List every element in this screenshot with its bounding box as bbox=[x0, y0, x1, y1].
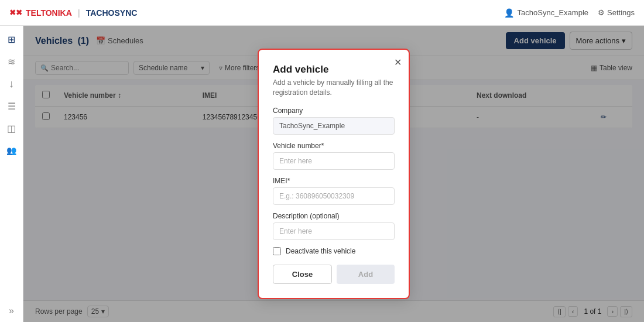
vehicle-number-field-group: Vehicle number* bbox=[273, 142, 395, 170]
vehicle-number-input[interactable] bbox=[273, 152, 395, 170]
sidebar-item-activity[interactable]: ≋ bbox=[5, 55, 18, 68]
company-input[interactable] bbox=[273, 117, 395, 135]
logo-icon: ✖✖ bbox=[9, 8, 22, 17]
brand-name: TELTONIKA bbox=[26, 8, 72, 18]
modal-close-button[interactable]: ✕ bbox=[394, 57, 402, 68]
imei-input[interactable] bbox=[273, 187, 395, 205]
sidebar-item-shield[interactable]: ◫ bbox=[5, 122, 18, 135]
gear-icon: ⚙ bbox=[598, 8, 605, 17]
sidebar-expand-button[interactable]: » bbox=[5, 304, 18, 317]
sidebar: ⊞ ≋ ↓ ☰ ◫ 👥 » bbox=[0, 26, 23, 322]
sidebar-item-users[interactable]: 👥 bbox=[5, 144, 18, 157]
vehicle-number-label: Vehicle number* bbox=[273, 142, 395, 150]
company-label: Company bbox=[273, 107, 395, 115]
main-layout: ⊞ ≋ ↓ ☰ ◫ 👥 » Vehicles (1) 📅 Schedules A… bbox=[0, 26, 644, 322]
deactivate-checkbox[interactable] bbox=[273, 247, 281, 255]
settings-label: Settings bbox=[607, 8, 635, 17]
sidebar-item-download[interactable]: ↓ bbox=[5, 77, 18, 90]
deactivate-row: Deactivate this vehicle bbox=[273, 247, 395, 255]
modal-footer: Close Add bbox=[273, 265, 395, 284]
top-navigation: ✖✖ TELTONIKA | TACHOSYNC 👤 TachoSync_Exa… bbox=[0, 0, 644, 26]
user-icon: 👤 bbox=[504, 8, 514, 18]
product-name: TACHOSYNC bbox=[86, 8, 138, 18]
modal-add-btn[interactable]: Add bbox=[337, 265, 395, 284]
add-vehicle-modal: ✕ Add vehicle Add a vehicle by manually … bbox=[258, 49, 410, 300]
imei-label: IMEI* bbox=[273, 177, 395, 185]
company-field-group: Company bbox=[273, 107, 395, 135]
logo-separator: | bbox=[78, 8, 80, 18]
logo: ✖✖ TELTONIKA | TACHOSYNC bbox=[9, 8, 137, 18]
settings-link[interactable]: ⚙ Settings bbox=[598, 8, 635, 17]
modal-subtitle: Add a vehicle by manually filling all th… bbox=[273, 78, 395, 98]
modal-overlay: ✕ Add vehicle Add a vehicle by manually … bbox=[23, 26, 644, 322]
description-field-group: Description (optional) bbox=[273, 212, 395, 240]
description-label: Description (optional) bbox=[273, 212, 395, 220]
modal-close-btn[interactable]: Close bbox=[273, 265, 332, 284]
nav-right: 👤 TachoSync_Example ⚙ Settings bbox=[504, 8, 635, 18]
imei-field-group: IMEI* bbox=[273, 177, 395, 205]
description-input[interactable] bbox=[273, 222, 395, 240]
main-content: Vehicles (1) 📅 Schedules Add vehicle Mor… bbox=[23, 26, 644, 322]
sidebar-item-grid[interactable]: ⊞ bbox=[5, 33, 18, 46]
user-name: TachoSync_Example bbox=[518, 8, 588, 17]
modal-title: Add vehicle bbox=[273, 64, 395, 76]
deactivate-label: Deactivate this vehicle bbox=[286, 247, 355, 255]
user-menu[interactable]: 👤 TachoSync_Example bbox=[504, 8, 588, 18]
sidebar-item-file[interactable]: ☰ bbox=[5, 100, 18, 112]
